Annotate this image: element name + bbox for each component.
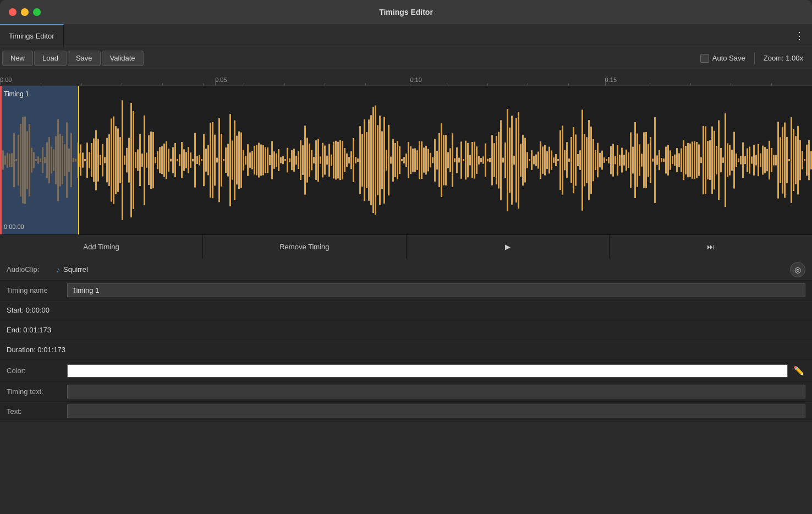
autosave-label: Auto Save xyxy=(712,54,745,62)
end-value: End: 0:01:173 xyxy=(7,326,805,334)
play-icon: ▶ xyxy=(505,243,511,251)
timing-name-label: Timing name xyxy=(7,286,67,294)
timing-text-label: Timing text: xyxy=(7,387,67,396)
title-bar: Timings Editor xyxy=(0,0,812,24)
ruler-mark: 0:10 xyxy=(410,76,421,83)
tab-bar: Timings Editor ⋮ xyxy=(0,24,812,47)
timing-block-time: 0:00:00 xyxy=(4,223,76,230)
waveform-container[interactable]: 0:000:050:100:15 Timing 1 0:00:00 xyxy=(0,69,812,234)
timing-block-label: Timing 1 xyxy=(4,90,76,98)
color-label: Color: xyxy=(7,367,67,375)
remove-timing-button[interactable]: Remove Timing xyxy=(203,235,406,259)
waveform-area[interactable]: Timing 1 0:00:00 xyxy=(0,86,812,234)
autosave-checkbox[interactable] xyxy=(700,54,709,63)
transport-bar: Add Timing Remove Timing ▶ ⏭ xyxy=(0,234,812,259)
toolbar-divider xyxy=(754,52,755,64)
skip-button[interactable]: ⏭ xyxy=(610,235,812,259)
duration-row: Duration: 0:01:173 xyxy=(0,340,812,360)
save-button[interactable]: Save xyxy=(68,51,101,66)
waveform-canvas xyxy=(0,86,812,234)
eyedropper-button[interactable]: ✏️ xyxy=(792,364,805,377)
duration-value: Duration: 0:01:173 xyxy=(7,346,805,354)
properties-panel: AudioClip: ♪ Squirrel ◎ Timing name Star… xyxy=(0,259,812,422)
timing-text-input[interactable] xyxy=(67,385,805,398)
window-title: Timings Editor xyxy=(379,8,433,17)
timing-name-input[interactable] xyxy=(67,283,805,297)
text-row: Text: xyxy=(0,402,812,422)
toolbar-right: Auto Save Zoom: 1.00x xyxy=(700,52,810,64)
start-row: Start: 0:00:00 xyxy=(0,300,812,320)
audioclip-row: AudioClip: ♪ Squirrel ◎ xyxy=(0,259,812,281)
skip-icon: ⏭ xyxy=(707,243,714,251)
timeline-ruler: 0:000:050:100:15 xyxy=(0,69,812,86)
minimize-button[interactable] xyxy=(21,8,29,16)
ruler-mark: 0:05 xyxy=(215,76,227,83)
audioclip-label: AudioClip: xyxy=(7,265,56,274)
color-preview[interactable] xyxy=(67,364,788,378)
text-label: Text: xyxy=(7,407,67,415)
audioclip-value: ♪ Squirrel xyxy=(56,265,790,274)
load-button[interactable]: Load xyxy=(34,51,67,66)
ruler-mark: 0:00 xyxy=(0,76,12,83)
color-row: Color: ✏️ xyxy=(0,360,812,382)
start-value: Start: 0:00:00 xyxy=(7,306,805,314)
timing-text-row: Timing text: xyxy=(0,382,812,402)
autosave-control: Auto Save xyxy=(700,54,745,63)
tab-timings-editor[interactable]: Timings Editor xyxy=(0,24,64,47)
playhead xyxy=(78,86,79,234)
music-icon: ♪ xyxy=(56,265,60,274)
add-timing-button[interactable]: Add Timing xyxy=(0,235,203,259)
target-icon: ◎ xyxy=(794,265,801,274)
validate-button[interactable]: Validate xyxy=(102,51,144,66)
end-row: End: 0:01:173 xyxy=(0,320,812,340)
zoom-label: Zoom: 1.00x xyxy=(764,54,803,62)
new-button[interactable]: New xyxy=(2,51,33,66)
maximize-button[interactable] xyxy=(33,8,41,16)
window-controls xyxy=(9,8,41,16)
timing-name-row: Timing name xyxy=(0,281,812,300)
audioclip-target-button[interactable]: ◎ xyxy=(790,262,805,277)
toolbar: New Load Save Validate Auto Save Zoom: 1… xyxy=(0,47,812,69)
close-button[interactable] xyxy=(9,8,17,16)
play-button[interactable]: ▶ xyxy=(407,235,610,259)
timing-block[interactable]: Timing 1 0:00:00 xyxy=(0,86,78,234)
tab-menu-button[interactable]: ⋮ xyxy=(794,31,805,41)
text-input[interactable] xyxy=(67,404,805,418)
ruler-mark: 0:15 xyxy=(605,76,617,83)
